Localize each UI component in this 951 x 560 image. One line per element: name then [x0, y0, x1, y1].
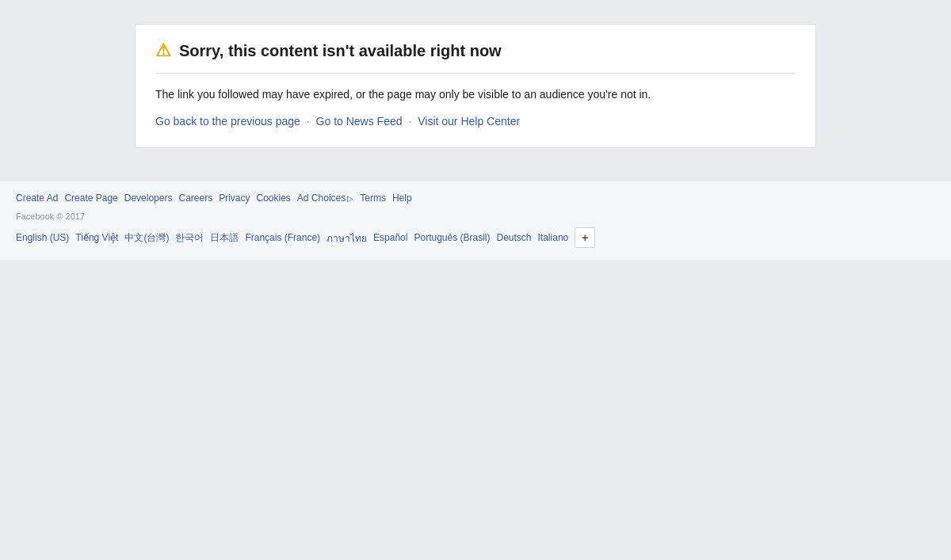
- ad-choices-label: Ad Choices: [297, 192, 346, 204]
- error-title: ⚠ Sorry, this content isn't available ri…: [155, 40, 796, 74]
- error-links: Go back to the previous page · Go to New…: [155, 115, 796, 128]
- footer-link-ad-choices[interactable]: Ad Choices ▷: [297, 192, 353, 204]
- footer-link-cookies[interactable]: Cookies: [257, 192, 291, 204]
- lang-th[interactable]: ภาษาไทย: [327, 230, 367, 246]
- footer: Create Ad Create Page Developers Careers…: [0, 180, 951, 260]
- lang-es[interactable]: Español: [373, 232, 407, 243]
- warning-icon: ⚠: [155, 40, 171, 61]
- ad-choices-icon: ▷: [347, 194, 353, 203]
- footer-link-create-page[interactable]: Create Page: [64, 192, 117, 204]
- footer-link-terms[interactable]: Terms: [360, 192, 386, 204]
- error-heading: Sorry, this content isn't available righ…: [179, 42, 502, 60]
- error-card: ⚠ Sorry, this content isn't available ri…: [135, 24, 816, 148]
- help-center-link[interactable]: Visit our Help Center: [418, 115, 520, 128]
- footer-link-careers[interactable]: Careers: [178, 192, 212, 204]
- lang-vi[interactable]: Tiếng Việt: [75, 232, 118, 243]
- lang-ja[interactable]: 日本語: [210, 231, 239, 245]
- footer-copyright: Facebook © 2017: [16, 211, 935, 221]
- footer-link-help[interactable]: Help: [392, 192, 412, 204]
- news-feed-link[interactable]: Go to News Feed: [316, 115, 403, 128]
- previous-page-link[interactable]: Go back to the previous page: [155, 115, 300, 128]
- lang-it[interactable]: Italiano: [538, 232, 569, 243]
- lang-de[interactable]: Deutsch: [497, 232, 532, 243]
- main-content: ⚠ Sorry, this content isn't available ri…: [0, 0, 951, 180]
- footer-languages: English (US) Tiếng Việt 中文(台灣) 한국어 日本語 F…: [16, 227, 935, 248]
- footer-link-create-ad[interactable]: Create Ad: [16, 192, 58, 204]
- lang-pt-br[interactable]: Português (Brasil): [414, 232, 490, 243]
- error-description: The link you followed may have expired, …: [155, 86, 796, 103]
- lang-en-us[interactable]: English (US): [16, 232, 69, 243]
- more-languages-button[interactable]: +: [575, 227, 595, 248]
- footer-link-privacy[interactable]: Privacy: [219, 192, 250, 204]
- separator-2: ·: [408, 115, 411, 128]
- footer-link-developers[interactable]: Developers: [124, 192, 173, 204]
- lang-ko[interactable]: 한국어: [175, 231, 204, 245]
- lang-fr[interactable]: Français (France): [245, 232, 320, 243]
- separator-1: ·: [307, 115, 310, 128]
- footer-nav: Create Ad Create Page Developers Careers…: [16, 192, 935, 204]
- lang-zh-tw[interactable]: 中文(台灣): [124, 231, 169, 245]
